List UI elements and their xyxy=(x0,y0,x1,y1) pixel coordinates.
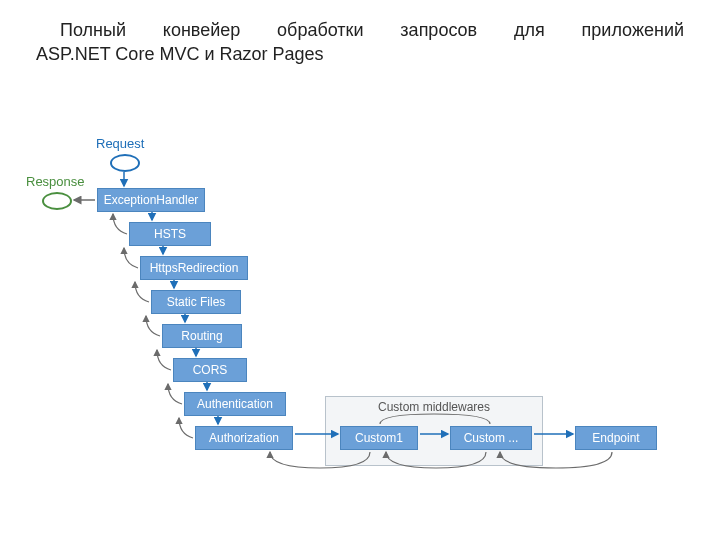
title-line2: ASP.NET Core MVC и Razor Pages xyxy=(36,44,324,64)
mw-httpsredirection: HttpsRedirection xyxy=(140,256,248,280)
title-line1: Полный конвейер обработки запросов для п… xyxy=(36,18,684,42)
mw-cors: CORS xyxy=(173,358,247,382)
mw-staticfiles: Static Files xyxy=(151,290,241,314)
mw-exceptionhandler: ExceptionHandler xyxy=(97,188,205,212)
response-label: Response xyxy=(26,174,85,189)
response-icon xyxy=(42,192,72,210)
mw-custom1: Custom1 xyxy=(340,426,418,450)
mw-authorization: Authorization xyxy=(195,426,293,450)
request-label: Request xyxy=(96,136,144,151)
page-title: Полный конвейер обработки запросов для п… xyxy=(36,18,684,67)
pipeline-diagram: Request Response ExceptionHandler HSTS H… xyxy=(0,130,720,510)
mw-hsts: HSTS xyxy=(129,222,211,246)
request-icon xyxy=(110,154,140,172)
mw-custom-more: Custom ... xyxy=(450,426,532,450)
mw-endpoint: Endpoint xyxy=(575,426,657,450)
custom-group-label: Custom middlewares xyxy=(378,400,490,414)
mw-routing: Routing xyxy=(162,324,242,348)
mw-authentication: Authentication xyxy=(184,392,286,416)
